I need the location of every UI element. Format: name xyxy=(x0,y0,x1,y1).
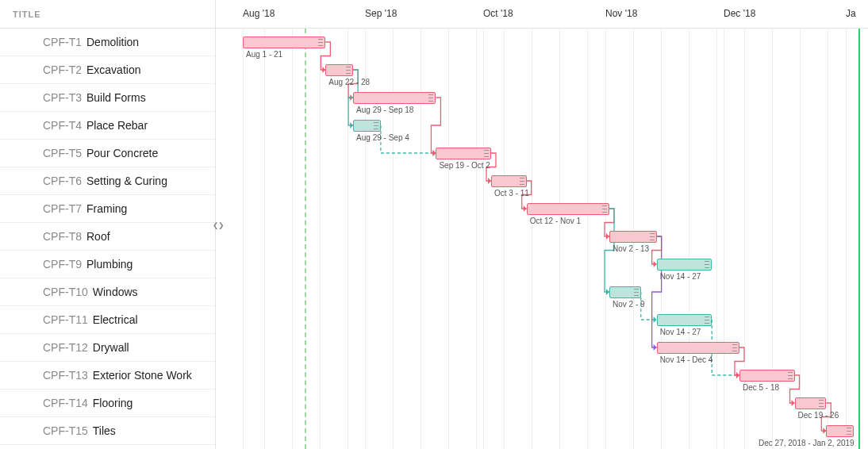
task-name: Exterior Stone Work xyxy=(93,369,192,382)
task-code: CPF-T1 xyxy=(43,36,82,48)
task-code: CPF-T4 xyxy=(43,119,82,132)
task-row[interactable]: CPF-T2Excavation xyxy=(0,56,215,84)
task-code: CPF-T7 xyxy=(43,202,82,215)
task-row[interactable]: CPF-T15Tiles xyxy=(0,417,215,445)
gantt-bar[interactable] xyxy=(436,148,491,159)
task-row[interactable]: CPF-T7Framing xyxy=(0,195,215,223)
panel-splitter-handle[interactable]: ❮❯ xyxy=(213,220,219,231)
task-code: CPF-T12 xyxy=(43,341,88,354)
month-label: Dec '18 xyxy=(724,8,755,19)
bar-resize-handle-icon[interactable] xyxy=(318,39,323,46)
bar-resize-handle-icon[interactable] xyxy=(847,428,851,435)
month-label: Sep '18 xyxy=(365,8,397,19)
month-label: Nov '18 xyxy=(605,8,637,19)
task-name: Windows xyxy=(93,286,138,298)
title-column-header[interactable]: TITLE xyxy=(0,0,215,29)
gantt-bar[interactable] xyxy=(657,314,712,326)
task-row[interactable]: CPF-T5Pour Concrete xyxy=(0,140,215,167)
bar-resize-handle-icon[interactable] xyxy=(602,205,607,213)
bar-row: Aug 1 - 21 xyxy=(216,29,868,56)
bar-resize-handle-icon[interactable] xyxy=(705,317,709,324)
month-label: Aug '18 xyxy=(243,8,275,19)
task-panel: TITLE CPF-T1DemolitionCPF-T2ExcavationCP… xyxy=(0,0,216,449)
task-row[interactable]: CPF-T12Drywall xyxy=(0,334,215,362)
task-list: CPF-T1DemolitionCPF-T2ExcavationCPF-T3Bu… xyxy=(0,29,215,449)
bar-row: Aug 22 - 28 xyxy=(216,56,868,84)
bar-row: Dec 19 - 26 xyxy=(216,390,868,417)
task-row[interactable]: CPF-T14Flooring xyxy=(0,390,215,417)
month-label: Ja xyxy=(846,8,856,19)
gantt-bar[interactable] xyxy=(826,425,854,437)
task-code: CPF-T6 xyxy=(43,175,82,187)
bar-row: Nov 14 - Dec 4 xyxy=(216,334,868,362)
gantt-bar[interactable] xyxy=(491,175,527,187)
task-code: CPF-T13 xyxy=(43,369,88,382)
task-name: Excavation xyxy=(86,63,140,76)
task-name: Place Rebar xyxy=(86,119,148,132)
gantt-bar[interactable] xyxy=(353,92,436,104)
bar-resize-handle-icon[interactable] xyxy=(520,178,524,185)
task-code: CPF-T5 xyxy=(43,147,82,159)
task-row[interactable]: CPF-T9Plumbing xyxy=(0,251,215,278)
bar-resize-handle-icon[interactable] xyxy=(346,67,351,74)
task-row[interactable]: CPF-T8Roof xyxy=(0,223,215,251)
gantt-bar[interactable] xyxy=(609,286,641,298)
task-row[interactable]: CPF-T1Demolition xyxy=(0,29,215,56)
bar-row: Dec 5 - 18 xyxy=(216,362,868,390)
bar-resize-handle-icon[interactable] xyxy=(788,372,793,379)
bar-resize-handle-icon[interactable] xyxy=(484,150,489,157)
task-name: Build Forms xyxy=(86,91,146,104)
task-name: Flooring xyxy=(93,397,133,409)
bar-row: Nov 2 - 13 xyxy=(216,223,868,251)
bar-row: Oct 3 - 11 xyxy=(216,167,868,195)
bar-row: Aug 29 - Sep 18 xyxy=(216,84,868,112)
bar-row: Dec 27, 2018 - Jan 2, 2019 xyxy=(216,417,868,445)
gantt-bar[interactable] xyxy=(609,231,657,243)
task-row[interactable]: CPF-T4Place Rebar xyxy=(0,112,215,140)
task-code: CPF-T9 xyxy=(43,258,82,271)
timeline-header: Aug '18Sep '18Oct '18Nov '18Dec '18Ja xyxy=(216,0,868,29)
task-code: CPF-T3 xyxy=(43,91,82,104)
task-row[interactable]: CPF-T10Windows xyxy=(0,278,215,306)
gantt-bar[interactable] xyxy=(657,259,712,271)
task-row[interactable]: CPF-T11Electrical xyxy=(0,306,215,334)
bar-resize-handle-icon[interactable] xyxy=(650,233,655,240)
gantt-bar[interactable] xyxy=(325,64,353,76)
bar-resize-handle-icon[interactable] xyxy=(374,122,378,129)
bar-resize-handle-icon[interactable] xyxy=(732,344,737,351)
gantt-bar[interactable] xyxy=(353,120,381,132)
bar-row: Oct 12 - Nov 1 xyxy=(216,195,868,223)
bar-row: Sep 19 - Oct 2 xyxy=(216,140,868,167)
gantt-bar[interactable] xyxy=(527,203,609,215)
bar-row: Aug 29 - Sep 4 xyxy=(216,112,868,140)
gantt-bar[interactable] xyxy=(657,342,739,354)
gantt-bar[interactable] xyxy=(739,370,795,382)
bar-resize-handle-icon[interactable] xyxy=(428,94,433,102)
bar-resize-handle-icon[interactable] xyxy=(819,400,824,407)
bar-resize-handle-icon[interactable] xyxy=(634,289,639,296)
task-code: CPF-T11 xyxy=(43,313,88,326)
month-label: Oct '18 xyxy=(483,8,513,19)
gantt-bar[interactable] xyxy=(795,397,827,409)
gantt-bars: Aug 1 - 21Aug 22 - 28Aug 29 - Sep 18Aug … xyxy=(216,29,868,449)
bar-date-label: Dec 27, 2018 - Jan 2, 2019 xyxy=(759,439,855,447)
timeline-panel: Aug '18Sep '18Oct '18Nov '18Dec '18Ja Au… xyxy=(216,0,868,449)
task-code: CPF-T15 xyxy=(43,424,88,437)
task-row[interactable]: CPF-T13Exterior Stone Work xyxy=(0,362,215,390)
task-name: Electrical xyxy=(93,313,138,326)
task-row[interactable]: CPF-T6Setting & Curing xyxy=(0,167,215,195)
gantt-app: TITLE CPF-T1DemolitionCPF-T2ExcavationCP… xyxy=(0,0,868,449)
task-row[interactable]: CPF-T3Build Forms xyxy=(0,84,215,112)
bar-row: Nov 14 - 27 xyxy=(216,306,868,334)
task-code: CPF-T10 xyxy=(43,286,88,298)
task-code: CPF-T8 xyxy=(43,230,82,243)
task-name: Pour Concrete xyxy=(86,147,158,159)
task-name: Roof xyxy=(86,230,110,243)
task-name: Demolition xyxy=(86,36,139,48)
bar-resize-handle-icon[interactable] xyxy=(705,261,709,268)
gantt-bar[interactable] xyxy=(243,36,325,48)
task-code: CPF-T2 xyxy=(43,63,82,76)
task-name: Tiles xyxy=(93,424,116,437)
task-name: Setting & Curing xyxy=(86,175,167,187)
task-name: Drywall xyxy=(93,341,129,354)
